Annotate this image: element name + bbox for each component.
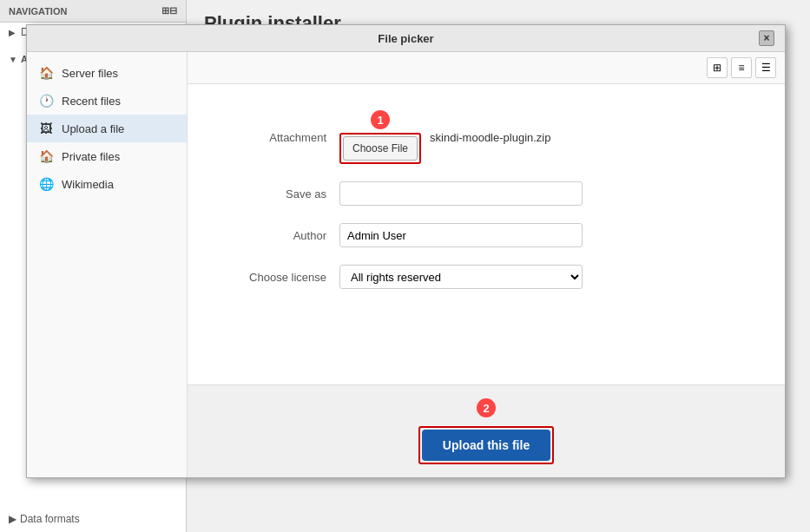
save-as-input[interactable] [339, 181, 583, 206]
modal-toolbar: ⊞ ≡ ☰ [188, 52, 785, 84]
sidebar-item-wikimedia[interactable]: Wikimedia [27, 170, 187, 198]
nav-header: NAVIGATION ⊞⊟ [0, 0, 186, 23]
save-as-row: Save as [222, 181, 750, 206]
step1-container: 1 Choose File [339, 110, 421, 164]
data-formats-label: Data formats [20, 513, 80, 525]
modal-footer: 2 Upload this file [188, 384, 785, 477]
detail-icon: ☰ [761, 62, 771, 74]
server-files-icon [37, 64, 55, 82]
modal-close-button[interactable]: × [759, 30, 774, 46]
upload-file-label: Upload a file [62, 122, 124, 135]
sidebar-item-server-files[interactable]: Server files [27, 59, 187, 87]
choose-file-highlight: Choose File [339, 133, 421, 164]
attachment-controls: 1 Choose File skindi-moodle-plugin.zip [339, 110, 551, 164]
license-label: Choose license [222, 271, 326, 284]
sidebar-item-private-files[interactable]: Private files [27, 142, 187, 170]
arrow-icon-ad: ▼ [9, 55, 17, 64]
list-view-button[interactable]: ≡ [731, 57, 752, 78]
wikimedia-icon [37, 175, 55, 193]
author-input[interactable] [339, 223, 583, 247]
server-files-label: Server files [62, 67, 118, 80]
choose-file-button[interactable]: Choose File [343, 136, 418, 161]
attachment-row: Attachment 1 Choose File skindi-moodle-p… [222, 110, 750, 164]
file-picker-modal: File picker × Server files Recent files … [26, 24, 786, 478]
modal-title-bar: File picker × [27, 25, 785, 52]
upload-file-button[interactable]: Upload this file [422, 430, 550, 461]
nav-toggle-icons: ⊞⊟ [161, 5, 177, 16]
modal-body: Server files Recent files Upload a file … [27, 52, 785, 477]
author-row: Author [222, 223, 750, 247]
license-select[interactable]: All rights reserved Public Domain Creati… [339, 265, 583, 289]
upload-button-highlight: Upload this file [418, 426, 554, 464]
modal-title: File picker [53, 32, 759, 45]
private-files-icon [37, 148, 55, 165]
arrow-right-icon: ▶ [9, 513, 16, 525]
detail-view-button[interactable]: ☰ [755, 57, 776, 78]
step1-badge: 1 [371, 110, 390, 129]
sidebar-item-upload-file[interactable]: Upload a file [27, 115, 187, 142]
upload-file-icon [37, 120, 55, 137]
nav-title: NAVIGATION [9, 6, 67, 16]
license-row: Choose license All rights reserved Publi… [222, 265, 750, 289]
grid-icon: ⊞ [713, 62, 721, 74]
step2-badge: 2 [477, 398, 496, 417]
upload-form: Attachment 1 Choose File skindi-moodle-p… [188, 84, 785, 384]
save-as-label: Save as [222, 187, 326, 200]
modal-sidebar: Server files Recent files Upload a file … [27, 52, 188, 477]
grid-view-button[interactable]: ⊞ [707, 57, 728, 78]
file-name-display: skindi-moodle-plugin.zip [430, 131, 550, 144]
data-formats-nav[interactable]: ▶ Data formats [9, 513, 80, 525]
attachment-label: Attachment [222, 131, 326, 144]
recent-files-icon [37, 92, 55, 109]
private-files-label: Private files [62, 150, 120, 163]
author-label: Author [222, 229, 326, 242]
arrow-icon: ▶ [9, 28, 16, 37]
sidebar-item-recent-files[interactable]: Recent files [27, 87, 187, 115]
list-icon: ≡ [738, 62, 744, 74]
recent-files-label: Recent files [62, 95, 121, 108]
wikimedia-label: Wikimedia [62, 178, 114, 191]
modal-main-content: ⊞ ≡ ☰ Attachment 1 [188, 52, 785, 477]
